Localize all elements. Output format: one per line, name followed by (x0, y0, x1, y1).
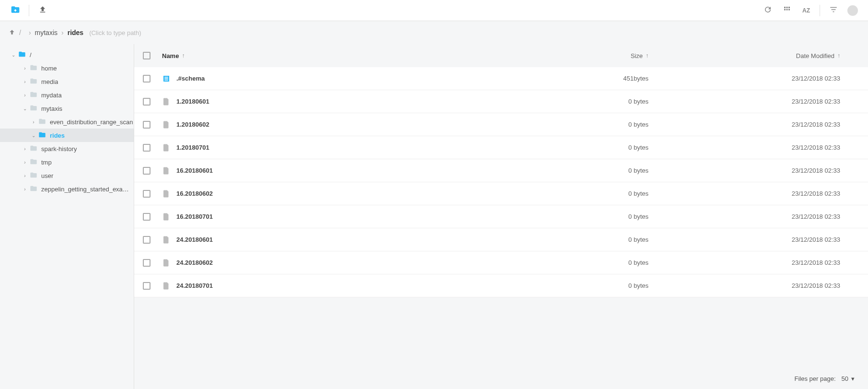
file-name: 1.20180701 (176, 144, 495, 151)
toolbar-separator (820, 5, 820, 16)
arrow-up-icon: ↑ (182, 52, 185, 59)
chevron-right-icon[interactable]: › (21, 66, 29, 71)
chevron-right-icon[interactable]: › (21, 79, 29, 84)
tree-item[interactable]: ›spark-history (0, 142, 134, 155)
chevron-right-icon[interactable]: › (21, 173, 29, 178)
chevron-right-icon[interactable]: › (21, 146, 29, 152)
grid-icon (783, 5, 791, 15)
file-row[interactable]: 1.201806010 bytes23/12/2018 02:33 (134, 90, 868, 113)
row-checkbox[interactable] (143, 98, 150, 106)
dropdown-icon: ▾ (851, 375, 855, 382)
upload-button[interactable] (33, 0, 52, 21)
chevron-down-icon[interactable]: ⌄ (30, 133, 37, 138)
tree-item[interactable]: ⌄rides (0, 129, 134, 142)
tree-item[interactable]: ›mydata (0, 88, 134, 102)
folder-icon (30, 64, 38, 72)
chevron-right-icon: › (61, 29, 64, 36)
tree-label: user (41, 172, 53, 179)
column-name[interactable]: Name ↑ (162, 52, 495, 59)
file-row[interactable]: 1.201807010 bytes23/12/2018 02:33 (134, 136, 868, 159)
breadcrumb-item-current[interactable]: rides (68, 29, 83, 36)
file-size: 451bytes (495, 75, 677, 82)
filter-button[interactable] (824, 0, 843, 21)
file-date: 23/12/2018 02:33 (677, 121, 859, 128)
svg-rect-1 (14, 10, 17, 11)
tree-item[interactable]: ›user (0, 169, 134, 182)
tree-item[interactable]: ›tmp (0, 155, 134, 169)
toolbar: AZ (0, 0, 868, 21)
folder-plus-icon (11, 5, 20, 16)
file-date: 23/12/2018 02:33 (677, 167, 859, 174)
folder-icon (38, 118, 47, 126)
grid-view-button[interactable] (777, 0, 797, 21)
file-size: 0 bytes (495, 167, 677, 174)
row-checkbox[interactable] (143, 75, 150, 83)
tree-item[interactable]: ›media (0, 75, 134, 88)
tree-item[interactable]: ⌄mytaxis (0, 102, 134, 115)
file-date: 23/12/2018 02:33 (677, 144, 859, 151)
chevron-down-icon[interactable]: ⌄ (10, 52, 17, 58)
column-date[interactable]: Date Modified ↑ (677, 52, 859, 59)
folder-icon (30, 158, 38, 166)
row-checkbox[interactable] (143, 213, 150, 221)
chevron-down-icon[interactable]: ⌄ (21, 106, 29, 111)
chevron-right-icon[interactable]: › (30, 119, 37, 125)
row-checkbox[interactable] (143, 259, 150, 267)
file-name: 16.20180701 (176, 213, 495, 220)
file-name: 24.20180701 (176, 282, 495, 289)
chevron-right-icon[interactable]: › (21, 93, 29, 98)
file-date: 23/12/2018 02:33 (677, 282, 859, 289)
folder-icon (30, 104, 38, 113)
folder-icon (30, 185, 38, 193)
folder-tree: ⌄ / ›home›media›mydata⌄mytaxis›even_dist… (0, 44, 134, 389)
tree-label: mydata (41, 92, 62, 99)
select-all-checkbox[interactable] (143, 52, 150, 59)
file-size: 0 bytes (495, 98, 677, 105)
sort-az-button[interactable]: AZ (797, 0, 816, 21)
column-size[interactable]: Size ↑ (495, 52, 677, 59)
tree-label: tmp (41, 159, 52, 166)
file-row[interactable]: 24.201806010 bytes23/12/2018 02:33 (134, 228, 868, 251)
page-size-select[interactable]: 50 ▾ (842, 375, 855, 382)
row-checkbox[interactable] (143, 121, 150, 129)
row-checkbox[interactable] (143, 144, 150, 152)
breadcrumb-item[interactable]: mytaxis (35, 29, 58, 36)
row-checkbox[interactable] (143, 236, 150, 244)
file-row[interactable]: 16.201807010 bytes23/12/2018 02:33 (134, 205, 868, 228)
file-date: 23/12/2018 02:33 (677, 213, 859, 220)
toolbar-separator (29, 5, 29, 16)
chevron-right-icon[interactable]: › (21, 160, 29, 165)
tree-root[interactable]: ⌄ / (0, 48, 134, 61)
pager: Files per page: 50 ▾ (134, 368, 868, 389)
chevron-right-icon[interactable]: › (21, 187, 29, 192)
tree-item[interactable]: ›home (0, 61, 134, 75)
arrow-up-icon: ↑ (837, 52, 840, 59)
file-row[interactable]: 24.201806020 bytes23/12/2018 02:33 (134, 251, 868, 274)
user-menu-button[interactable] (843, 0, 862, 21)
tree-item[interactable]: ›even_distribution_range_scan (0, 115, 134, 129)
row-checkbox[interactable] (143, 167, 150, 175)
file-row[interactable]: 16.201806010 bytes23/12/2018 02:33 (134, 159, 868, 182)
file-row[interactable]: .#schema451bytes23/12/2018 02:33 (134, 67, 868, 90)
file-name: 16.20180602 (176, 190, 495, 197)
file-row[interactable]: 16.201806020 bytes23/12/2018 02:33 (134, 182, 868, 205)
new-folder-button[interactable] (6, 0, 25, 21)
path-input-hint[interactable]: (Click to type path) (89, 29, 141, 36)
folder-icon (30, 144, 38, 153)
table-header: Name ↑ Size ↑ Date Modified ↑ (134, 44, 868, 67)
file-size: 0 bytes (495, 259, 677, 266)
row-checkbox[interactable] (143, 190, 150, 198)
tree-label: / (30, 51, 32, 59)
file-icon (162, 236, 171, 244)
file-size: 0 bytes (495, 144, 677, 151)
column-label: Date Modified (796, 52, 834, 59)
folder-icon (30, 171, 38, 180)
tree-item[interactable]: ›zeppelin_getting_started_example (0, 182, 134, 196)
row-checkbox[interactable] (143, 282, 150, 290)
file-row[interactable]: 24.201807010 bytes23/12/2018 02:33 (134, 274, 868, 297)
file-row[interactable]: 1.201806020 bytes23/12/2018 02:33 (134, 113, 868, 136)
filter-icon (829, 5, 838, 15)
file-name: 24.20180601 (176, 236, 495, 243)
refresh-button[interactable] (758, 0, 777, 21)
up-button[interactable] (9, 29, 15, 37)
